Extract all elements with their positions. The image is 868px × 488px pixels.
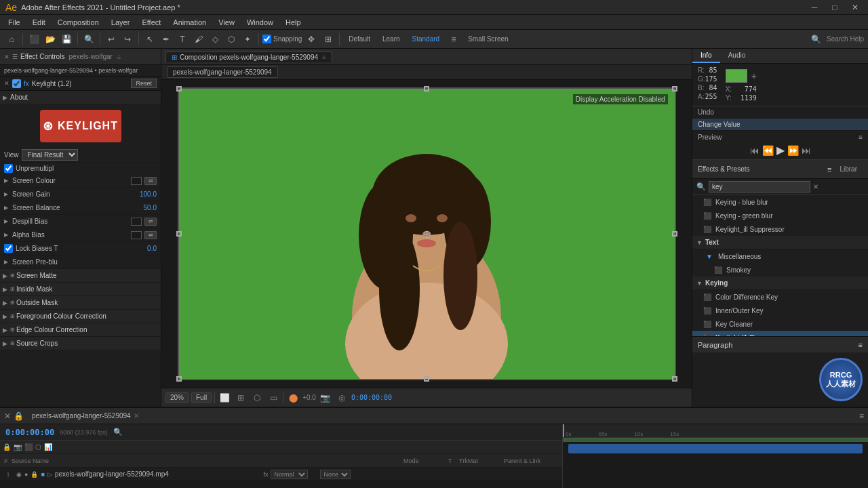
screen-colour-swatch[interactable] [131,177,142,185]
maximize-button[interactable]: □ [827,0,842,15]
handle-mid-left[interactable] [176,231,182,237]
ep-keylight-ill[interactable]: ⬛ Keylight_ill Suppressor [692,222,868,236]
search-help-icon[interactable]: 🔍 [809,32,824,47]
comp-tab-menu[interactable]: ≡ [322,54,326,61]
ep-color-difference-key[interactable]: ⬛ Color Difference Key [692,290,868,304]
flow-btn[interactable]: ⬡ [35,443,41,451]
screen-balance-expand[interactable]: ▶ [4,205,8,211]
camera-btn[interactable]: 📷 [14,443,22,451]
unpremultiply-checkbox[interactable] [4,164,13,173]
roto-tool[interactable]: ⬡ [224,32,239,47]
audio-tab[interactable]: Audio [720,49,754,63]
playhead[interactable] [563,424,564,437]
handle-top-left[interactable] [176,86,182,92]
composition-tab[interactable]: ⊞ Composition pexels-wolfgang-langer-552… [165,52,332,62]
menu-view[interactable]: View [213,17,240,28]
handle-bottom-right[interactable] [672,376,677,382]
preview-menu[interactable]: ≡ [859,134,863,141]
source-crops-section[interactable]: ▶ ⊞ Source Crops [0,337,161,350]
skip-to-end[interactable]: ⏭ [802,145,811,156]
despill-bias-expand[interactable]: ▶ [4,218,8,224]
ep-keying-green-blur[interactable]: ⬛ Keying - green blur [692,209,868,222]
menu-composition[interactable]: Composition [52,17,104,28]
timeline-tab[interactable]: pexels-wolfgang-langer-5529094 ✕ [26,411,144,421]
3d-view[interactable]: ⬡ [250,391,264,405]
alpha-bias-expand[interactable]: ▶ [4,232,8,238]
brush-tool[interactable]: 🖌 [191,32,206,47]
graph-btn[interactable]: 📊 [44,443,52,451]
menu-layer[interactable]: Layer [106,17,136,28]
tl-menu-btn[interactable]: ≡ [859,411,864,421]
tl-search-icon[interactable]: 🔍 [113,428,123,436]
handle-top-mid[interactable] [424,86,429,92]
search-help-label[interactable]: Search Help [827,35,864,43]
save-button[interactable]: 💾 [59,32,74,47]
tl-layer-row-1[interactable]: 1 ◉ ● 🔒 ■ ▷ pexels-wolfgang-langer-55290… [0,468,562,481]
skip-to-start[interactable]: ⏮ [750,145,760,156]
timeline-layer-bar[interactable] [568,444,863,453]
pen-tool[interactable]: ✒ [159,32,174,47]
step-backward[interactable]: ⏪ [762,145,774,156]
layer-tab[interactable]: pexels-wolfgang-langer-5529094 [167,66,278,78]
paragraph-menu[interactable]: ≡ [859,341,863,349]
lock-biases-value[interactable]: 0.0 [147,245,157,252]
layer-eye[interactable]: ● [24,471,28,478]
layer-lock[interactable]: 🔒 [31,471,38,478]
despill-bias-swatch[interactable] [131,218,142,226]
lock-all-btn[interactable]: 🔒 [3,443,11,451]
screen-gain-value[interactable]: 100.0 [140,190,157,198]
library-button[interactable]: Librar [834,163,863,176]
text-tool[interactable]: T [175,32,190,47]
ep-search-input[interactable] [709,181,810,192]
outside-mask-section[interactable]: ▶ ⊞ Outside Mask [0,296,161,310]
layer-fx-btn[interactable]: fx [263,471,268,478]
workspace-default[interactable]: Default [343,34,376,44]
transparency-grid[interactable]: ⊞ [234,391,248,405]
timeline-tab-close[interactable]: ✕ [134,412,139,420]
workspace-small-screen[interactable]: Small Screen [462,34,513,44]
view-toggle[interactable]: ⊞ [321,32,336,47]
workspace-learn[interactable]: Learn [377,34,406,44]
workspace-menu[interactable]: ≡ [446,32,461,47]
foreground-colour-section[interactable]: ▶ ⊞ Foreground Colour Correction [0,310,161,323]
eraser-tool[interactable]: ◇ [208,32,222,47]
color-correction[interactable]: ⬤ [286,391,300,405]
menu-effect[interactable]: Effect [136,17,166,28]
about-section[interactable]: ▶ About [0,91,161,104]
minimize-button[interactable]: ─ [807,0,822,15]
select-tool[interactable]: ↖ [142,32,157,47]
alpha-bias-btn[interactable]: ⇄ [144,231,157,239]
despill-bias-btn[interactable]: ⇄ [144,218,157,226]
layer-trkmat-select[interactable]: None [320,470,351,479]
open-button[interactable]: 📂 [43,32,58,47]
snap-options[interactable]: ✥ [304,32,319,47]
lock-biases-checkbox[interactable] [4,244,13,253]
zoom-control[interactable]: 20% [165,392,189,403]
search-tool[interactable]: 🔍 [81,32,96,47]
ep-smokey[interactable]: ⬛ Smokey [692,263,868,277]
edge-colour-section[interactable]: ▶ ⊞ Edge Colour Correction [0,323,161,337]
viewer-timecode[interactable]: 0:00:00:00 [351,394,392,401]
motion-blur-icon[interactable]: ◎ [335,391,349,405]
screen-prematte-expand[interactable]: ▶ [4,259,8,265]
ep-keying-category[interactable]: ▼ Keying [692,277,868,290]
snapping-checkbox[interactable] [262,35,271,43]
quality-control[interactable]: Full [191,392,212,403]
handle-bottom-left[interactable] [176,376,182,382]
layer-solo[interactable]: ◉ [16,471,22,478]
ep-keying-blue-blur[interactable]: ⬛ Keying - blue blur [692,195,868,209]
menu-help[interactable]: Help [280,17,307,28]
render-queue-btn[interactable]: ⬛ [24,443,33,451]
menu-file[interactable]: File [3,17,26,28]
layer-mode-select[interactable]: Normal [271,470,308,479]
view-select[interactable]: Final Result [22,149,78,161]
screen-colour-btn[interactable]: ⇄ [144,177,157,185]
ep-text-category[interactable]: ▼ Text [692,236,868,249]
close-button[interactable]: ✕ [848,0,863,15]
undo-button[interactable]: ↩ [104,32,119,47]
redo-button[interactable]: ↪ [120,32,135,47]
menu-animation[interactable]: Animation [167,17,212,28]
screen-balance-value[interactable]: 50.0 [144,204,157,211]
new-button[interactable]: ⬛ [26,32,41,47]
reset-button[interactable]: Reset [131,79,157,88]
